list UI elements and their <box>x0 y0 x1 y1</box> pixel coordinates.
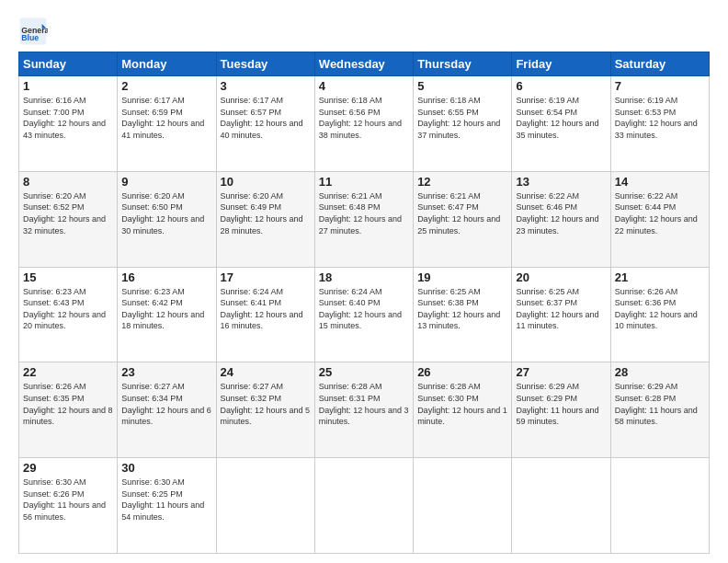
day-info: Sunrise: 6:19 AMSunset: 6:53 PMDaylight:… <box>615 95 705 141</box>
day-number: 17 <box>221 270 311 284</box>
day-info: Sunrise: 6:22 AMSunset: 6:44 PMDaylight:… <box>615 190 705 236</box>
weekday-thursday: Thursday <box>414 52 512 76</box>
day-info: Sunrise: 6:26 AMSunset: 6:36 PMDaylight:… <box>615 286 705 332</box>
day-cell: 6Sunrise: 6:19 AMSunset: 6:54 PMDaylight… <box>512 76 610 172</box>
weekday-sunday: Sunday <box>19 52 118 76</box>
day-number: 23 <box>121 365 211 379</box>
day-cell: 24Sunrise: 6:27 AMSunset: 6:32 PMDayligh… <box>216 362 314 458</box>
day-cell: 17Sunrise: 6:24 AMSunset: 6:41 PMDayligh… <box>216 267 314 362</box>
day-number: 25 <box>319 365 409 379</box>
day-number: 10 <box>221 175 311 189</box>
day-info: Sunrise: 6:23 AMSunset: 6:43 PMDaylight:… <box>23 286 113 332</box>
day-number: 19 <box>417 270 507 284</box>
day-cell: 29Sunrise: 6:30 AMSunset: 6:26 PMDayligh… <box>19 458 118 554</box>
day-cell: 4Sunrise: 6:18 AMSunset: 6:56 PMDaylight… <box>314 76 413 172</box>
day-cell: 7Sunrise: 6:19 AMSunset: 6:53 PMDaylight… <box>610 76 709 172</box>
day-cell: 18Sunrise: 6:24 AMSunset: 6:40 PMDayligh… <box>314 267 413 362</box>
logo: General Blue <box>18 17 51 46</box>
day-number: 1 <box>23 79 113 93</box>
day-number: 21 <box>615 270 705 284</box>
weekday-row: SundayMondayTuesdayWednesdayThursdayFrid… <box>19 52 710 76</box>
day-number: 4 <box>319 79 409 93</box>
day-info: Sunrise: 6:25 AMSunset: 6:38 PMDaylight:… <box>417 286 507 332</box>
week-row-1: 1Sunrise: 6:16 AMSunset: 7:00 PMDaylight… <box>19 76 710 172</box>
week-row-3: 15Sunrise: 6:23 AMSunset: 6:43 PMDayligh… <box>19 267 710 362</box>
week-row-2: 8Sunrise: 6:20 AMSunset: 6:52 PMDaylight… <box>19 171 710 267</box>
day-cell: 27Sunrise: 6:29 AMSunset: 6:29 PMDayligh… <box>512 362 610 458</box>
day-cell: 9Sunrise: 6:20 AMSunset: 6:50 PMDaylight… <box>118 171 216 267</box>
weekday-tuesday: Tuesday <box>216 52 314 76</box>
day-info: Sunrise: 6:18 AMSunset: 6:56 PMDaylight:… <box>319 95 409 141</box>
day-cell <box>314 458 413 554</box>
day-info: Sunrise: 6:26 AMSunset: 6:35 PMDaylight:… <box>23 381 113 427</box>
svg-text:Blue: Blue <box>21 33 39 42</box>
day-number: 18 <box>319 270 409 284</box>
day-number: 9 <box>121 175 211 189</box>
week-row-5: 29Sunrise: 6:30 AMSunset: 6:26 PMDayligh… <box>19 458 710 554</box>
day-cell: 19Sunrise: 6:25 AMSunset: 6:38 PMDayligh… <box>414 267 512 362</box>
weekday-wednesday: Wednesday <box>314 52 413 76</box>
day-number: 14 <box>615 175 705 189</box>
day-cell: 1Sunrise: 6:16 AMSunset: 7:00 PMDaylight… <box>19 76 118 172</box>
day-info: Sunrise: 6:22 AMSunset: 6:46 PMDaylight:… <box>516 190 606 236</box>
calendar-table: SundayMondayTuesdayWednesdayThursdayFrid… <box>18 52 710 554</box>
day-cell: 20Sunrise: 6:25 AMSunset: 6:37 PMDayligh… <box>512 267 610 362</box>
day-info: Sunrise: 6:19 AMSunset: 6:54 PMDaylight:… <box>516 95 606 141</box>
day-number: 16 <box>121 270 211 284</box>
weekday-friday: Friday <box>512 52 610 76</box>
day-info: Sunrise: 6:20 AMSunset: 6:50 PMDaylight:… <box>121 190 211 236</box>
day-cell: 10Sunrise: 6:20 AMSunset: 6:49 PMDayligh… <box>216 171 314 267</box>
day-cell <box>512 458 610 554</box>
day-info: Sunrise: 6:29 AMSunset: 6:29 PMDaylight:… <box>516 381 606 427</box>
day-cell: 26Sunrise: 6:28 AMSunset: 6:30 PMDayligh… <box>414 362 512 458</box>
day-cell: 14Sunrise: 6:22 AMSunset: 6:44 PMDayligh… <box>610 171 709 267</box>
day-number: 7 <box>615 79 705 93</box>
day-cell: 5Sunrise: 6:18 AMSunset: 6:55 PMDaylight… <box>414 76 512 172</box>
day-info: Sunrise: 6:20 AMSunset: 6:52 PMDaylight:… <box>23 190 113 236</box>
day-info: Sunrise: 6:21 AMSunset: 6:47 PMDaylight:… <box>417 190 507 236</box>
day-cell: 12Sunrise: 6:21 AMSunset: 6:47 PMDayligh… <box>414 171 512 267</box>
day-number: 30 <box>121 461 211 475</box>
day-cell: 13Sunrise: 6:22 AMSunset: 6:46 PMDayligh… <box>512 171 610 267</box>
day-info: Sunrise: 6:21 AMSunset: 6:48 PMDaylight:… <box>319 190 409 236</box>
day-number: 5 <box>417 79 507 93</box>
day-info: Sunrise: 6:28 AMSunset: 6:31 PMDaylight:… <box>319 381 409 427</box>
day-info: Sunrise: 6:30 AMSunset: 6:26 PMDaylight:… <box>23 477 113 523</box>
day-info: Sunrise: 6:18 AMSunset: 6:55 PMDaylight:… <box>417 95 507 141</box>
logo-icon: General Blue <box>18 17 48 46</box>
day-info: Sunrise: 6:27 AMSunset: 6:34 PMDaylight:… <box>121 381 211 427</box>
day-number: 24 <box>221 365 311 379</box>
day-cell: 15Sunrise: 6:23 AMSunset: 6:43 PMDayligh… <box>19 267 118 362</box>
day-cell <box>610 458 709 554</box>
day-info: Sunrise: 6:16 AMSunset: 7:00 PMDaylight:… <box>23 95 113 141</box>
week-row-4: 22Sunrise: 6:26 AMSunset: 6:35 PMDayligh… <box>19 362 710 458</box>
day-number: 29 <box>23 461 113 475</box>
day-number: 12 <box>417 175 507 189</box>
day-info: Sunrise: 6:23 AMSunset: 6:42 PMDaylight:… <box>121 286 211 332</box>
day-cell <box>216 458 314 554</box>
day-number: 8 <box>23 175 113 189</box>
day-cell: 2Sunrise: 6:17 AMSunset: 6:59 PMDaylight… <box>118 76 216 172</box>
page: General Blue SundayMondayTuesdayWednesda… <box>0 0 728 563</box>
day-number: 20 <box>516 270 606 284</box>
day-number: 11 <box>319 175 409 189</box>
day-info: Sunrise: 6:25 AMSunset: 6:37 PMDaylight:… <box>516 286 606 332</box>
day-cell: 8Sunrise: 6:20 AMSunset: 6:52 PMDaylight… <box>19 171 118 267</box>
day-info: Sunrise: 6:28 AMSunset: 6:30 PMDaylight:… <box>417 381 507 427</box>
day-cell: 23Sunrise: 6:27 AMSunset: 6:34 PMDayligh… <box>118 362 216 458</box>
day-info: Sunrise: 6:17 AMSunset: 6:59 PMDaylight:… <box>121 95 211 141</box>
day-info: Sunrise: 6:24 AMSunset: 6:40 PMDaylight:… <box>319 286 409 332</box>
day-cell <box>414 458 512 554</box>
day-number: 28 <box>615 365 705 379</box>
day-number: 13 <box>516 175 606 189</box>
day-cell: 25Sunrise: 6:28 AMSunset: 6:31 PMDayligh… <box>314 362 413 458</box>
day-cell: 30Sunrise: 6:30 AMSunset: 6:25 PMDayligh… <box>118 458 216 554</box>
day-cell: 22Sunrise: 6:26 AMSunset: 6:35 PMDayligh… <box>19 362 118 458</box>
day-info: Sunrise: 6:29 AMSunset: 6:28 PMDaylight:… <box>615 381 705 427</box>
calendar-body: 1Sunrise: 6:16 AMSunset: 7:00 PMDaylight… <box>19 76 710 554</box>
day-number: 6 <box>516 79 606 93</box>
day-info: Sunrise: 6:24 AMSunset: 6:41 PMDaylight:… <box>221 286 311 332</box>
day-number: 26 <box>417 365 507 379</box>
day-number: 2 <box>121 79 211 93</box>
day-info: Sunrise: 6:30 AMSunset: 6:25 PMDaylight:… <box>121 477 211 523</box>
